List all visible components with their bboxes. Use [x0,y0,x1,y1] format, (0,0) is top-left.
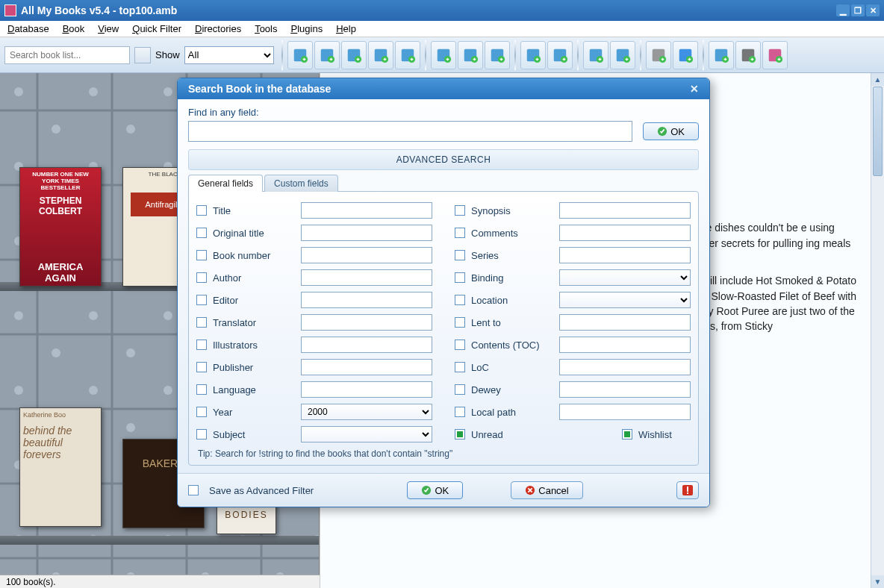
field-checkbox[interactable] [455,205,465,216]
open-book-button[interactable] [610,41,635,69]
field-label[interactable]: LoC [471,362,553,373]
field-label[interactable]: Comments [471,228,553,239]
field-label[interactable]: Translator [213,317,295,328]
field-checkbox[interactable] [455,317,465,328]
field-label[interactable]: Year [213,407,295,418]
close-btn[interactable]: ✕ [866,4,880,16]
field-checkbox[interactable] [455,384,465,395]
field-label[interactable]: Binding [471,272,553,284]
field-select-location[interactable] [559,292,691,308]
field-checkbox[interactable] [196,295,207,305]
field-input-synopsis[interactable] [559,202,691,219]
field-checkbox[interactable] [196,205,207,216]
field-input-translator[interactable] [301,314,432,331]
field-checkbox[interactable] [196,228,207,238]
wishlist-label[interactable]: Wishlist [638,429,691,440]
menu-quick-filter[interactable]: Quick Filter [132,23,181,34]
field-input-language[interactable] [301,381,432,398]
field-input-book-number[interactable] [301,247,432,263]
field-input-publisher[interactable] [301,359,432,375]
group-button[interactable] [547,41,573,69]
save-filter-checkbox[interactable] [188,485,199,495]
field-label[interactable]: Title [213,205,295,216]
field-checkbox[interactable] [196,384,207,395]
field-label[interactable]: Contents (TOC) [471,340,553,351]
menu-database[interactable]: Database [7,23,49,34]
scroll-down-arrow[interactable]: ▼ [871,575,884,588]
field-input-lent-to[interactable] [559,314,691,331]
field-input-contents-(toc)[interactable] [559,337,691,353]
field-label[interactable]: Local path [471,407,553,418]
field-input-dewey[interactable] [559,381,691,398]
maximize-btn[interactable]: ❐ [851,4,865,16]
export-button[interactable] [709,41,734,69]
field-select-subject[interactable] [301,426,432,442]
search-input[interactable] [4,46,130,64]
field-label[interactable]: Language [213,384,295,395]
field-checkbox[interactable] [455,362,465,372]
field-checkbox[interactable] [196,407,207,417]
field-label[interactable]: Subject [213,429,295,440]
dialog-warning-button[interactable] [676,481,699,499]
field-checkbox[interactable] [455,272,465,283]
field-input-author[interactable] [301,269,432,286]
search-web-button[interactable] [395,41,420,69]
field-label[interactable]: Publisher [213,362,295,373]
edit-book-button[interactable] [431,41,456,69]
add-ebook-button[interactable] [314,41,340,69]
menu-tools[interactable]: Tools [255,23,277,34]
field-checkbox[interactable] [196,429,207,440]
field-checkbox[interactable] [455,250,465,260]
vertical-scrollbar[interactable]: ▲ ▼ [871,73,884,588]
show-filter-select[interactable]: All [184,46,274,64]
field-input-illustrators[interactable] [301,337,432,353]
field-label[interactable]: Lent to [471,317,553,328]
field-input-original-title[interactable] [301,225,432,241]
find-any-input[interactable] [188,121,632,142]
field-select-year[interactable]: 2000 [301,404,432,420]
field-input-editor[interactable] [301,292,432,308]
field-label[interactable]: Author [213,272,295,284]
settings-button[interactable] [646,41,671,69]
field-input-series[interactable] [559,247,691,263]
scroll-up-arrow[interactable]: ▲ [871,73,884,86]
field-label[interactable]: Book number [213,250,295,261]
field-checkbox[interactable] [455,228,465,238]
sort-button[interactable] [520,41,546,69]
field-select-binding[interactable] [559,269,691,286]
dialog-ok-button[interactable]: OK [407,481,463,499]
book-cover[interactable]: NUMBER ONE NEW YORK TIMES BESTSELLER STE… [19,167,102,287]
print-button[interactable] [735,41,761,69]
dialog-close-icon[interactable]: ✕ [690,83,699,95]
scroll-thumb[interactable] [873,87,883,176]
add-book-button[interactable] [287,41,313,69]
field-input-title[interactable] [301,202,432,219]
field-checkbox[interactable] [196,317,207,328]
field-label[interactable]: Original title [213,228,295,239]
menu-directories[interactable]: Directories [195,23,241,34]
field-checkbox[interactable] [196,250,207,260]
search-go-btn[interactable] [134,47,151,63]
delete-book-button[interactable] [485,41,510,69]
field-input-comments[interactable] [559,225,691,241]
dialog-title-bar[interactable]: Search Book in the database ✕ [178,78,709,99]
field-label[interactable]: Dewey [471,384,553,395]
book-cover[interactable]: Katherine Boo behind the beautiful forev… [19,407,102,527]
find-ok-button[interactable]: OK [643,122,699,140]
tab-custom-fields[interactable]: Custom fields [264,175,338,192]
field-checkbox[interactable] [196,362,207,372]
menu-plugins[interactable]: Plugins [291,23,323,34]
field-checkbox[interactable] [455,340,465,350]
minimize-btn[interactable]: ▁ [836,4,850,16]
field-input-loc[interactable] [559,359,691,375]
unread-label[interactable]: Unread [471,429,538,440]
dialog-cancel-button[interactable]: Cancel [511,481,582,499]
stats-button[interactable] [762,41,788,69]
add-audio-button[interactable] [341,41,367,69]
menu-view[interactable]: View [98,23,119,34]
tab-general-fields[interactable]: General fields [188,175,263,192]
field-label[interactable]: Illustrators [213,340,295,351]
help-button[interactable] [673,41,698,69]
find-button[interactable] [583,41,608,69]
field-checkbox[interactable] [455,295,465,305]
